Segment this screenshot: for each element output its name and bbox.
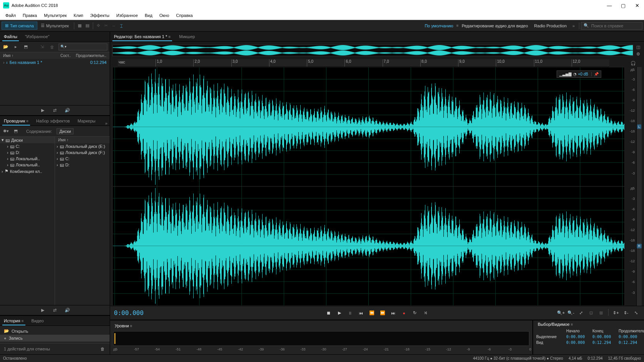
zoom-in-icon[interactable]: 🔍+ <box>557 309 565 317</box>
tab-mixer[interactable]: Микшер <box>177 33 196 41</box>
menu-window[interactable]: Окно <box>156 12 172 18</box>
insert-icon[interactable]: ⇲ <box>38 44 45 50</box>
sel-start[interactable]: 0:00.000 <box>566 335 589 339</box>
view-end[interactable]: 0:12.294 <box>592 340 616 345</box>
tree-disks[interactable]: ▾🖴Диски <box>0 137 55 143</box>
zoom-in-amp-icon[interactable]: ⇕+ <box>612 309 620 317</box>
zoom-full-icon[interactable]: ⤢ <box>577 309 585 317</box>
settings-icon[interactable]: ⚙ <box>635 51 642 57</box>
razor-tool-icon[interactable]: ✂ <box>102 22 110 29</box>
menu-view[interactable]: Вид <box>142 12 156 18</box>
play-preview-icon[interactable]: ▶ <box>39 307 46 313</box>
tab-effects-rack[interactable]: Набор эффектов <box>35 117 71 126</box>
shortcuts-icon[interactable]: ⬒ <box>12 128 19 134</box>
waveform-display[interactable]: ▁▃▅▇ ◔ +0 dB 📌 <box>112 67 625 306</box>
history-item[interactable]: ●Запись <box>0 335 110 342</box>
up-folder-icon[interactable]: ✱▾ <box>2 128 9 134</box>
time-select-icon[interactable]: ⌶ <box>118 22 125 29</box>
stop-button[interactable]: ◼ <box>325 309 333 317</box>
volume-hud[interactable]: ▁▃▅▇ ◔ +0 dB 📌 <box>557 70 601 78</box>
trash-icon[interactable]: 🗑 <box>99 346 106 352</box>
spectral-view-icon[interactable]: ▦ <box>76 22 84 29</box>
col-state[interactable]: Сост.. <box>60 54 76 58</box>
content-dropdown[interactable]: Диски <box>57 128 74 134</box>
menu-multitrack[interactable]: Мультитрек <box>41 12 70 18</box>
sel-end[interactable]: 0:00.000 <box>592 335 616 339</box>
menu-file[interactable]: Файл <box>2 12 19 18</box>
workspace-more-icon[interactable]: » <box>570 22 577 29</box>
sel-dur[interactable]: 0:00.000 <box>619 335 644 339</box>
tab-selection[interactable]: Выбор/Видимое ≡ <box>536 320 575 328</box>
zoom-reset-amp-icon[interactable]: ⤡ <box>632 309 640 317</box>
pitch-view-icon[interactable]: ▤ <box>84 22 91 29</box>
minimize-button[interactable]: — <box>606 3 613 8</box>
tab-favorites[interactable]: "Избранное" <box>23 33 51 41</box>
mode-waveform-button[interactable]: ⊞ Тип сигнала <box>2 22 37 30</box>
open-file-icon[interactable]: 📂 <box>2 44 9 50</box>
autoplay-icon[interactable]: 🔊 <box>64 107 71 114</box>
menu-edit[interactable]: Правка <box>20 12 40 18</box>
mode-multitrack-button[interactable]: ☰ Мультитрек <box>37 22 72 30</box>
tree-item[interactable]: ›🖴D: <box>0 149 55 156</box>
loop-icon[interactable]: ⇄ <box>52 307 59 313</box>
overview-waveform[interactable] <box>112 45 633 56</box>
tab-video[interactable]: Видео <box>30 317 45 325</box>
zoom-sel-icon[interactable]: ⊡ <box>587 309 595 317</box>
view-start[interactable]: 0:00.000 <box>566 340 589 345</box>
headphone-icon[interactable]: 🎧 <box>631 61 636 66</box>
col-name[interactable]: Имя ↑ <box>58 138 69 142</box>
col-name[interactable]: Имя ↑ <box>3 54 60 58</box>
loop-icon[interactable]: ⇄ <box>52 107 59 114</box>
help-search[interactable]: 🔍 <box>581 22 642 30</box>
slip-tool-icon[interactable]: ↔ <box>110 22 118 29</box>
maximize-button[interactable]: ▢ <box>619 3 627 8</box>
pin-icon[interactable]: 📌 <box>591 72 599 76</box>
menu-clip[interactable]: Клип <box>70 12 86 18</box>
zoom-out-icon[interactable]: 🔍- <box>567 309 575 317</box>
forward-button[interactable]: ⏩ <box>378 309 387 317</box>
tree-item[interactable]: ›⚑Комбинация кл.. <box>0 168 55 174</box>
menu-effects[interactable]: Эффекты <box>87 12 112 18</box>
import-icon[interactable]: ⬒ <box>22 44 29 50</box>
help-search-input[interactable] <box>591 23 640 28</box>
tab-levels[interactable]: Уровни ≡ <box>113 322 134 330</box>
zoom-in-point-icon[interactable]: ⊞ <box>597 309 605 317</box>
play-button[interactable]: ▶ <box>335 309 344 317</box>
workspace-audio-video[interactable]: Редактирование аудио для видео <box>458 23 531 28</box>
col-duration[interactable]: Продолжительн.. <box>76 54 107 58</box>
autoplay-icon[interactable]: 🔊 <box>64 307 71 313</box>
go-start-button[interactable]: ⏮ <box>357 309 365 317</box>
play-preview-icon[interactable]: ▶ <box>39 107 46 114</box>
tree-item[interactable]: ›🖴Локальный.. <box>0 156 55 162</box>
new-file-icon[interactable]: ▸ <box>12 44 19 50</box>
record-button[interactable]: ● <box>400 309 408 317</box>
rewind-button[interactable]: ⏪ <box>368 309 376 317</box>
vertical-zoom-icon[interactable]: ◫ <box>635 44 642 50</box>
go-end-button[interactable]: ⏭ <box>389 309 398 317</box>
channel-left-badge[interactable]: L <box>637 124 641 129</box>
tab-editor[interactable]: Редактор: Без названия 1 * ≡ <box>112 33 172 41</box>
loop-button[interactable]: ↻ <box>411 309 419 317</box>
panel-more-icon[interactable]: » <box>105 121 107 126</box>
tab-files[interactable]: Файлы <box>2 33 19 41</box>
files-search[interactable]: 🔍▾ <box>59 44 107 50</box>
tree-item[interactable]: ›🖴C: <box>0 143 55 149</box>
history-item[interactable]: 📂Открыть <box>0 327 110 335</box>
view-dur[interactable]: 0:12.294 <box>619 340 644 345</box>
tree-item[interactable]: ›🖴D: <box>55 162 110 168</box>
time-ruler[interactable]: чмс 1,02,03,04,05,06,07,08,09,010,011,01… <box>118 59 609 67</box>
channel-right-badge[interactable]: R <box>637 244 642 248</box>
timecode[interactable]: 0:00.000 <box>114 309 144 317</box>
close-button[interactable]: ✕ <box>633 3 641 8</box>
pause-button[interactable]: ⏸ <box>346 309 355 317</box>
skip-selection-button[interactable]: ⤭ <box>422 309 430 317</box>
tree-item[interactable]: ›🖴Локальный диск (F:) <box>55 149 110 156</box>
workspace-radio[interactable]: Radio Production <box>531 23 570 28</box>
workspace-default[interactable]: По умолчанию <box>422 23 456 28</box>
tab-markers[interactable]: Маркеры <box>76 117 97 126</box>
delete-icon[interactable]: 🗑 <box>49 44 55 50</box>
tree-item[interactable]: ›🖴C: <box>55 156 110 162</box>
file-row[interactable]: › ⫰ Без названия 1 * 0:12.294 <box>0 59 110 66</box>
move-tool-icon[interactable]: ✥ <box>95 22 102 29</box>
tab-explorer[interactable]: Проводник ≡ <box>2 117 30 126</box>
